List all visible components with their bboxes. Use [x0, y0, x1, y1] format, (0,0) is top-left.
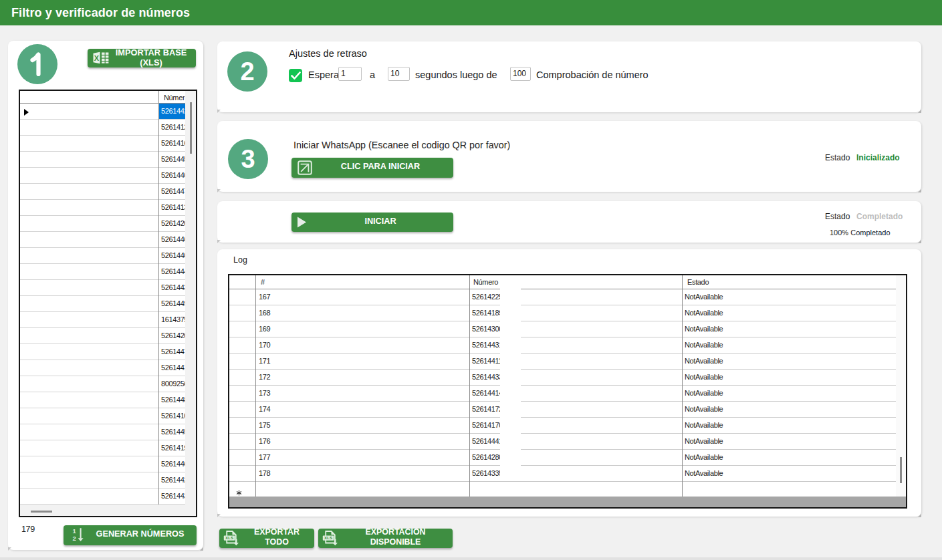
number-row[interactable]: 52614444 — [20, 264, 185, 280]
horizontal-scrollbar-thumb[interactable] — [31, 511, 52, 513]
log-grid[interactable]: #NúmeroEstado16752614225NotAvailable1685… — [228, 274, 907, 509]
number-cell[interactable]: 52614466 — [158, 232, 185, 248]
wait-label: Esperar — [308, 69, 342, 80]
generate-numbers-button[interactable]: 1 2 GENERAR NÚMEROS — [64, 525, 197, 545]
log-row[interactable]: 17452614172NotAvailable — [229, 402, 896, 418]
svg-text:1: 1 — [73, 527, 77, 535]
number-row[interactable]: 52614422 — [20, 472, 185, 488]
number-cell[interactable]: 52614495 — [158, 296, 185, 312]
number-row[interactable]: 52614452 — [20, 424, 185, 440]
log-row[interactable]: 17852614335NotAvailable — [229, 466, 896, 482]
vertical-scrollbar-thumb[interactable] — [190, 102, 192, 154]
horizontal-scrollbar[interactable] — [20, 505, 196, 516]
log-row[interactable]: 17352614414NotAvailable — [229, 386, 896, 402]
log-row[interactable]: 17152614411NotAvailable — [229, 354, 896, 370]
number-cell[interactable]: 52614470 — [158, 344, 185, 360]
number-row[interactable]: 52614209 — [20, 328, 185, 344]
progress-text: 100% Completado — [830, 229, 891, 237]
number-row[interactable]: 52614483 — [20, 392, 185, 408]
number-cell[interactable]: 52614423 — [158, 104, 185, 120]
number-row[interactable]: 80092561 — [20, 376, 185, 392]
number-cell[interactable]: 52614121 — [158, 120, 185, 136]
number-value: 52614162 — [161, 139, 185, 147]
number-row[interactable]: 52614436 — [20, 488, 185, 505]
number-row[interactable]: 52614460 — [20, 456, 185, 472]
log-row[interactable]: 17752614280NotAvailable — [229, 450, 896, 466]
number-cell[interactable]: 52614460 — [158, 456, 185, 472]
export-available-button[interactable]: XLS EXPORTACIÓN DISPONIBLE — [318, 529, 453, 548]
number-row[interactable]: 52614162 — [20, 136, 185, 152]
log-index: 167 — [259, 293, 270, 301]
number-cell[interactable]: 52614209 — [158, 328, 185, 344]
redaction-overlay — [500, 276, 521, 480]
number-cell[interactable]: 52614483 — [158, 392, 185, 408]
number-cell[interactable]: 80092561 — [158, 376, 185, 392]
number-value: 52614436 — [161, 492, 185, 500]
log-row[interactable]: 17052614431NotAvailable — [229, 337, 896, 354]
number-row[interactable]: 52614423 — [20, 104, 185, 120]
number-cell[interactable]: 52614130 — [158, 200, 185, 216]
numbers-grid[interactable]: Número5261442352614121526141625261445552… — [19, 90, 197, 517]
number-cell[interactable]: 52614422 — [158, 472, 185, 488]
log-status: NotAvailable — [685, 325, 723, 333]
export-all-button[interactable]: XLS EXPORTAR TODO — [219, 529, 314, 548]
log-status: NotAvailable — [685, 421, 723, 429]
check-count-input[interactable]: 100 — [510, 67, 531, 81]
wait-checkbox[interactable] — [289, 69, 302, 82]
step-1-number — [17, 44, 57, 84]
log-row[interactable]: 16752614225NotAvailable — [229, 289, 896, 305]
number-cell[interactable]: 52614408 — [158, 248, 185, 264]
log-vertical-scrollbar[interactable] — [896, 275, 906, 497]
number-row[interactable]: 52614478 — [20, 184, 185, 200]
min-seconds-input[interactable]: 1 — [338, 67, 362, 81]
number-cell[interactable]: 52614452 — [158, 424, 185, 440]
number-cell[interactable]: 52614415 — [158, 360, 185, 376]
log-row[interactable]: 17552614170NotAvailable — [229, 418, 896, 434]
estado-label-4: Estado — [825, 212, 850, 221]
log-index: 178 — [259, 469, 270, 477]
number-row[interactable]: 52614437 — [20, 280, 185, 296]
log-number: 52614280 — [472, 453, 503, 461]
number-cell[interactable]: 52614455 — [158, 152, 185, 168]
number-cell[interactable]: 52614401 — [158, 168, 185, 184]
number-row[interactable]: 52614408 — [20, 248, 185, 264]
log-row[interactable]: 17652614441NotAvailable — [229, 434, 896, 450]
log-vertical-scrollbar-thumb[interactable] — [900, 457, 902, 483]
log-row[interactable]: 16852614189NotAvailable — [229, 305, 896, 321]
number-row[interactable]: 52614415 — [20, 360, 185, 376]
number-row[interactable]: 52614130 — [20, 200, 185, 216]
number-cell[interactable]: 52614478 — [158, 184, 185, 200]
number-cell[interactable]: 52614199 — [158, 440, 185, 456]
number-cell[interactable]: 52614101 — [158, 408, 185, 424]
log-row[interactable]: 17252614433NotAvailable — [229, 370, 896, 386]
number-row[interactable]: 52614201 — [20, 216, 185, 232]
iniciar-button[interactable]: INICIAR — [291, 213, 453, 232]
number-cell[interactable]: 52614444 — [158, 264, 185, 280]
clic-para-iniciar-button[interactable]: CLIC PARA INICIAR — [291, 158, 453, 178]
number-row[interactable]: 52614401 — [20, 168, 185, 184]
log-horizontal-scrollbar[interactable] — [229, 497, 906, 507]
max-seconds-input[interactable]: 10 — [388, 67, 410, 81]
vertical-scrollbar[interactable] — [185, 91, 196, 505]
number-cell[interactable]: 52614201 — [158, 216, 185, 232]
log-status: NotAvailable — [685, 389, 723, 397]
log-new-row[interactable] — [229, 482, 896, 497]
number-row[interactable]: 52614495 — [20, 296, 185, 312]
import-base-button[interactable]: X IMPORTAR BASE (XLS) — [88, 49, 196, 67]
number-row[interactable]: 52614199 — [20, 440, 185, 456]
number-cell[interactable]: 16143752 — [158, 312, 185, 328]
grid-header-numero: Número — [164, 94, 185, 102]
number-row[interactable]: 52614466 — [20, 232, 185, 248]
number-row[interactable]: 52614121 — [20, 120, 185, 136]
number-row[interactable]: 52614455 — [20, 152, 185, 168]
log-number: 52614170 — [472, 421, 503, 429]
number-cell[interactable]: 52614436 — [158, 488, 185, 505]
number-row[interactable]: 52614470 — [20, 344, 185, 360]
number-row[interactable]: 16143752 — [20, 312, 185, 328]
number-cell[interactable]: 52614437 — [158, 280, 185, 296]
log-column-separator — [255, 275, 256, 497]
estado-value-4: Completado — [856, 212, 903, 221]
number-cell[interactable]: 52614162 — [158, 136, 185, 152]
number-row[interactable]: 52614101 — [20, 408, 185, 424]
log-row[interactable]: 16952614300NotAvailable — [229, 321, 896, 337]
